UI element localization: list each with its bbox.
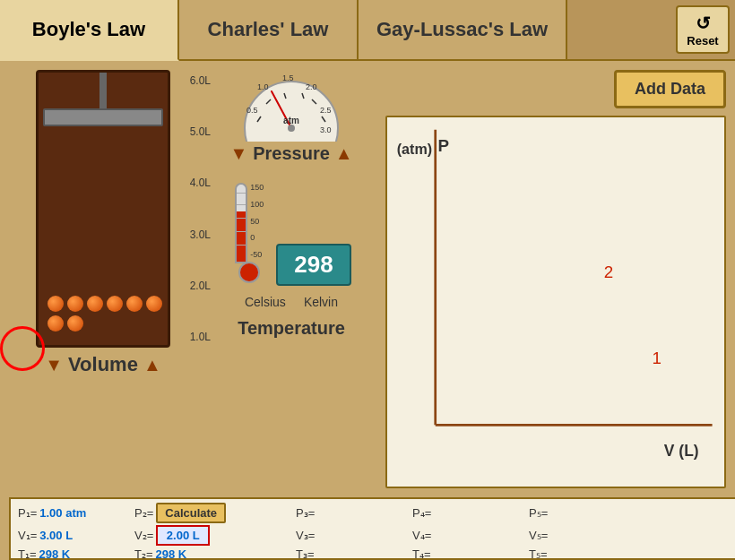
thermometer-container: 150 100 50 0 -50 [231, 178, 267, 286]
t2-cell: T₂= 298 K [134, 547, 296, 560]
svg-text:2.0: 2.0 [306, 82, 317, 91]
molecules-container [48, 296, 164, 332]
left-panel: 6.0L 5.0L 4.0L 3.0L 2.0L 1.0L ▼ Volume ▲ [9, 70, 197, 488]
v4-cell: V₄= [412, 529, 529, 542]
pressure-gauge: 0.5 1.0 1.5 2.0 2.5 3.0 [238, 70, 345, 142]
header: Boyle's Law Charles' Law Gay-Lussac's La… [0, 0, 735, 61]
svg-text:2.5: 2.5 [320, 106, 332, 115]
main-content: 6.0L 5.0L 4.0L 3.0L 2.0L 1.0L ▼ Volume ▲ [0, 61, 735, 497]
thermometer-bulb [238, 262, 260, 283]
volume-decrease-button[interactable]: ▼ [45, 355, 63, 375]
molecule [48, 296, 64, 312]
piston [43, 108, 163, 126]
tab-gay-lussac-law[interactable]: Gay-Lussac's Law [359, 0, 567, 59]
svg-text:P: P [437, 136, 449, 155]
molecule [67, 315, 83, 332]
svg-point-14 [288, 125, 295, 132]
t4-cell: T₄= [412, 547, 529, 560]
t3-cell: T₃= [296, 547, 412, 560]
graph-area: (atm) P V (L) 2 1 [385, 116, 726, 488]
thermometer: 150 100 50 0 -50 [231, 178, 267, 286]
volume-label: Volume [68, 353, 138, 376]
molecule [48, 315, 64, 332]
kelvin-display: 298 [276, 244, 350, 286]
temp-labels: Celsius Kelvin [245, 295, 338, 309]
svg-text:0.5: 0.5 [246, 106, 258, 115]
p4-cell: P₄= [412, 506, 529, 520]
v5-cell: V₅= [529, 529, 645, 542]
v3-cell: V₃= [296, 529, 412, 542]
temp-row: 150 100 50 0 -50 298 [231, 178, 350, 286]
piston-rod [99, 73, 107, 108]
v1-cell: V₁= 3.00 L [18, 529, 134, 542]
data-table: P₁= 1.00 atm P₂= Calculate P₃= P₄= P₅= V… [9, 497, 735, 560]
table-row-temperature: T₁= 298 K T₂= 298 K T₃= T₄= T₅= [18, 547, 735, 560]
svg-text:1.5: 1.5 [282, 73, 294, 82]
pressure-increase-button[interactable]: ▲ [335, 143, 353, 164]
p1-cell: P₁= 1.00 atm [18, 506, 134, 520]
table-row-volume: V₁= 3.00 L V₂= V₃= V₄= V₅= [18, 525, 735, 546]
volume-markings: 6.0L 5.0L 4.0L 3.0L 2.0L 1.0L [190, 70, 211, 348]
middle-panel: 0.5 1.0 1.5 2.0 2.5 3.0 [206, 70, 376, 488]
volume-circle-indicator [0, 326, 45, 371]
cylinder-wrapper: 6.0L 5.0L 4.0L 3.0L 2.0L 1.0L [36, 70, 170, 348]
p5-cell: P₅= [529, 506, 645, 520]
v2-input[interactable] [156, 525, 210, 546]
svg-text:atm: atm [283, 116, 299, 125]
t1-cell: T₁= 298 K [18, 547, 134, 560]
svg-text:(atm): (atm) [397, 141, 432, 157]
gauge-svg: 0.5 1.0 1.5 2.0 2.5 3.0 [238, 70, 345, 142]
gauge-container: 0.5 1.0 1.5 2.0 2.5 3.0 [229, 70, 352, 164]
svg-text:V (L): V (L) [664, 441, 699, 459]
molecule [126, 296, 143, 312]
volume-increase-button[interactable]: ▲ [143, 355, 161, 375]
tab-charles-law[interactable]: Charles' Law [179, 0, 359, 59]
pressure-label: ▼ Pressure ▲ [229, 143, 352, 164]
molecule [146, 296, 162, 312]
temperature-title: Temperature [238, 318, 345, 339]
molecule [87, 296, 103, 312]
p3-cell: P₃= [296, 506, 412, 520]
table-row-pressure: P₁= 1.00 atm P₂= Calculate P₃= P₄= P₅= [18, 503, 735, 523]
cylinder [36, 70, 170, 348]
therm-scale: 150 100 50 0 -50 [250, 178, 264, 259]
molecule [107, 296, 123, 312]
calculate-button[interactable]: Calculate [156, 503, 226, 523]
t5-cell: T₅= [529, 547, 645, 560]
pressure-decrease-button[interactable]: ▼ [229, 143, 247, 164]
thermometer-fill [237, 211, 246, 262]
tab-boyles-law[interactable]: Boyle's Law [0, 0, 179, 61]
svg-text:3.0: 3.0 [320, 125, 332, 134]
svg-text:2: 2 [604, 262, 613, 280]
right-panel: Add Data (atm) P V (L) 2 1 [385, 70, 726, 488]
svg-text:1.0: 1.0 [257, 82, 269, 91]
molecule [67, 296, 83, 312]
v2-cell: V₂= [134, 525, 296, 546]
p2-cell: P₂= Calculate [134, 503, 296, 523]
svg-text:1: 1 [652, 348, 661, 366]
add-data-button[interactable]: Add Data [614, 70, 726, 108]
reset-button[interactable]: ↺ Reset [676, 5, 730, 54]
thermometer-tube [235, 183, 247, 263]
